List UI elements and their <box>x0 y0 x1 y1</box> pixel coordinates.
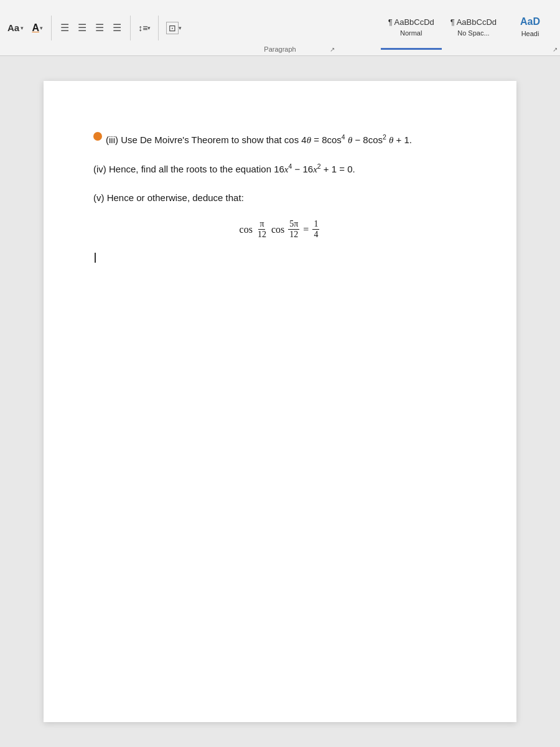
style-no-spacing-button[interactable]: ¶ AaBbCcDd No Spac... <box>443 6 504 50</box>
fraction-pi-12: π 12 <box>256 219 268 240</box>
style-normal-label: Normal <box>400 29 422 37</box>
style-no-spacing-label: No Spac... <box>457 29 489 37</box>
fraction-5pi-12: 5π 12 <box>288 219 299 240</box>
frac1-numerator: π <box>258 219 265 230</box>
part-v-row: (v) Hence or otherwise, deduce that: <box>93 190 467 205</box>
toolbar-separator-1 <box>51 16 52 40</box>
equals-sign: = <box>303 224 309 235</box>
part-iv-label: (iv) <box>93 164 109 174</box>
align-right-button[interactable]: ☰ <box>91 20 108 36</box>
cos1-label: cos <box>240 224 253 235</box>
frac2-denominator: 12 <box>288 230 299 240</box>
align-justify-icon: ☰ <box>113 22 121 34</box>
frac2-numerator: 5π <box>288 219 299 230</box>
align-left-button[interactable]: ☰ <box>57 20 73 36</box>
document-page[interactable]: (iii) Use De Moivre's Theorem to show th… <box>44 81 516 722</box>
part-iv-row: (iv) Hence, find all the roots to the eq… <box>93 161 467 177</box>
part-iii-text: (iii) Use De Moivre's Theorem to show th… <box>106 132 412 148</box>
font-a-icon: A <box>32 22 39 34</box>
font-group: Aa ▾ A ▾ ☰ ☰ ☰ ☰ ↕≡ ▾ <box>5 16 184 40</box>
cursor-position <box>93 252 467 263</box>
part-iii-label: (iii) <box>106 134 121 145</box>
align-center-icon: ☰ <box>78 22 86 34</box>
styles-group: ¶ AaBbCcDd Normal ¶ AaBbCcDd No Spac... … <box>381 6 555 50</box>
text-cursor <box>95 253 96 263</box>
part-iii-row: (iii) Use De Moivre's Theorem to show th… <box>93 132 467 148</box>
document-area: (iii) Use De Moivre's Theorem to show th… <box>0 56 560 747</box>
styles-expand-icon[interactable]: ↗ <box>553 46 558 53</box>
paragraph-group-label: Paragraph <box>264 45 296 53</box>
style-heading1-button[interactable]: AaD Headi <box>505 6 555 50</box>
align-right-icon: ☰ <box>95 22 104 34</box>
style-heading1-label: Headi <box>521 30 539 37</box>
style-no-spacing-preview: ¶ AaBbCcDd <box>450 17 497 27</box>
part-iv-text: (iv) Hence, find all the roots to the eq… <box>93 161 355 177</box>
sort-icon: ↕≡ <box>138 23 147 33</box>
align-center-button[interactable]: ☰ <box>74 20 90 36</box>
font-color-button[interactable]: A ▾ <box>29 19 46 37</box>
cos2-label: cos <box>271 224 284 235</box>
frac1-denominator: 12 <box>256 230 268 240</box>
toolbar-separator-2 <box>130 16 131 40</box>
style-heading1-preview: AaD <box>520 16 540 27</box>
part-v-text: (v) Hence or otherwise, deduce that: <box>93 190 244 205</box>
paragraph-expand-icon[interactable]: ↗ <box>330 46 335 53</box>
align-justify-button[interactable]: ☰ <box>109 20 125 36</box>
part-iii-orange-dot <box>93 132 102 141</box>
part-v-label: (v) <box>93 192 107 203</box>
toolbar-separator-3 <box>158 16 159 40</box>
font-aa-button[interactable]: Aa ▾ <box>5 19 26 37</box>
result-denominator: 4 <box>312 230 319 240</box>
alignment-group: ☰ ☰ ☰ ☰ <box>57 20 125 36</box>
sort-button[interactable]: ↕≡ ▾ <box>136 19 153 37</box>
highlight-button[interactable]: ⊡ ▾ <box>164 19 184 37</box>
formula-block: cos π 12 cos 5π 12 = 1 4 <box>93 219 467 240</box>
fraction-result: 1 4 <box>312 219 319 240</box>
style-normal-preview: ¶ AaBbCcDd <box>388 17 434 27</box>
result-numerator: 1 <box>312 219 319 230</box>
formula-expression: cos π 12 cos 5π 12 = 1 4 <box>240 219 321 240</box>
align-left-icon: ☰ <box>60 22 69 34</box>
font-aa-label: Aa <box>7 22 19 33</box>
style-normal-button[interactable]: ¶ AaBbCcDd Normal <box>381 6 442 50</box>
toolbar: Aa ▾ A ▾ ☰ ☰ ☰ ☰ ↕≡ ▾ <box>0 0 560 56</box>
highlight-icon: ⊡ <box>166 22 179 34</box>
